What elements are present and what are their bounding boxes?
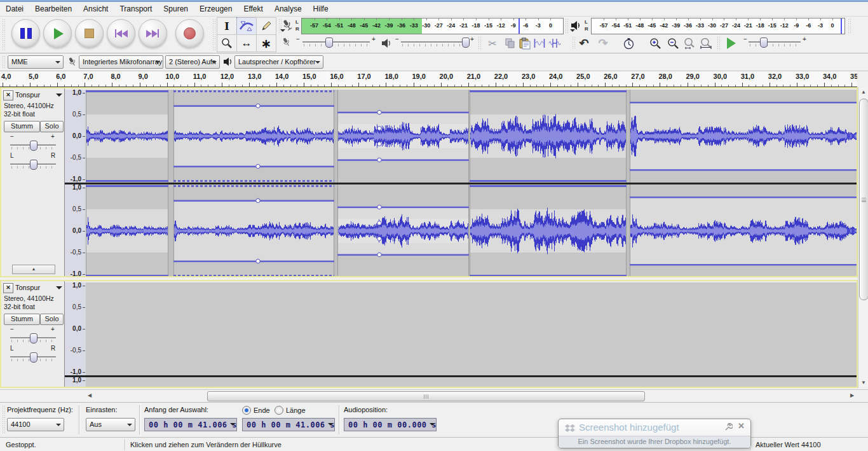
menu-item-transport[interactable]: Transport — [114, 2, 158, 15]
vertical-scroll-thumb[interactable] — [859, 99, 868, 300]
wrench-icon[interactable] — [724, 423, 733, 431]
draw-tool-button[interactable] — [256, 17, 276, 35]
playback-device-select[interactable]: Lautsprecher / Kopfhörer — [234, 55, 323, 69]
selection-start-field[interactable]: 00 h 00 m 41.006 s — [144, 418, 237, 431]
skip-to-start-button[interactable] — [107, 19, 135, 48]
end-radio[interactable]: Ende — [242, 406, 270, 415]
notification-close-icon[interactable]: ✕ — [738, 421, 745, 431]
play-at-speed-button[interactable] — [723, 36, 740, 51]
recording-channels-select[interactable]: 2 (Stereo) Aufn — [165, 55, 220, 69]
track-slider[interactable] — [10, 141, 56, 150]
multi-tool-button[interactable]: ∗ — [256, 34, 276, 52]
skip-to-end-button[interactable] — [139, 19, 167, 48]
silence-audio-button[interactable] — [546, 36, 563, 51]
toolbar-grip[interactable] — [2, 405, 5, 434]
slider-thumb[interactable] — [30, 141, 37, 151]
snap-to-select[interactable]: Aus — [86, 418, 135, 431]
play-speed-thumb[interactable] — [760, 38, 768, 48]
selection-tool-button[interactable]: I — [217, 17, 237, 35]
toolbar-grip[interactable] — [848, 18, 851, 34]
vertical-scrollbar[interactable]: ▲ ▼ — [858, 87, 868, 388]
output-volume-slider[interactable] — [401, 38, 468, 48]
track-close-button[interactable]: ✕ — [3, 283, 13, 293]
zoom-in-button[interactable] — [647, 36, 663, 51]
menu-item-erzeugen[interactable]: Erzeugen — [194, 2, 238, 15]
recording-meter[interactable]: -57-54-51-48-45-42-39-36-33-30-27-24-21-… — [301, 18, 564, 34]
scroll-up-arrow[interactable]: ▲ — [858, 87, 868, 97]
mute-button[interactable]: Stumm — [4, 121, 40, 132]
toolbar-grip[interactable] — [572, 36, 575, 50]
toolbar-grip[interactable] — [478, 36, 481, 50]
stop-button[interactable] — [75, 19, 104, 48]
audio-position-field[interactable]: 00 h 00 m 00.000 s — [344, 418, 437, 431]
toolbar-grip[interactable] — [2, 18, 5, 50]
length-radio[interactable]: Länge — [275, 406, 306, 415]
dropbox-notification[interactable]: Screenshot hinzugefügt ✕ Ein Screenshot … — [558, 419, 751, 448]
mute-button[interactable]: Stumm — [4, 314, 40, 325]
pause-button[interactable] — [11, 19, 40, 48]
minus-label: − — [395, 36, 399, 43]
menu-item-datei[interactable]: Datei — [0, 2, 29, 15]
undo-icon: ↶ — [579, 36, 588, 50]
scroll-down-arrow[interactable]: ▼ — [858, 378, 868, 388]
menu-item-ansicht[interactable]: Ansicht — [78, 2, 114, 15]
project-rate-select[interactable]: 44100 — [7, 418, 64, 431]
slider-thumb[interactable] — [30, 352, 37, 363]
track-collapse-button[interactable]: ▲ — [12, 265, 55, 274]
selection-end-field[interactable]: 00 h 00 m 41.006 s — [242, 418, 335, 431]
solo-button[interactable]: Solo — [40, 314, 64, 325]
output-volume-thumb[interactable] — [462, 38, 470, 48]
play-button[interactable] — [43, 19, 72, 48]
empty-track-area[interactable] — [86, 377, 857, 388]
play-speed-slider[interactable] — [749, 38, 801, 48]
fit-project-button[interactable] — [698, 36, 714, 51]
menu-item-analyse[interactable]: Analyse — [269, 2, 308, 15]
scroll-right-arrow[interactable]: ▶ — [848, 391, 857, 401]
menu-item-spuren[interactable]: Spuren — [158, 2, 194, 15]
scroll-left-arrow[interactable]: ◀ — [85, 391, 94, 401]
waveform-canvas[interactable] — [86, 184, 857, 277]
undo-button[interactable]: ↶ — [576, 36, 592, 51]
track-slider[interactable] — [10, 333, 56, 343]
track-slider[interactable] — [10, 352, 56, 362]
waveform-canvas[interactable] — [86, 90, 857, 183]
horizontal-scroll-thumb[interactable] — [207, 391, 645, 401]
horizontal-scrollbar[interactable]: ◀ ▶ — [0, 389, 868, 403]
meter-dropdown-arrow[interactable] — [280, 29, 285, 34]
record-button[interactable] — [175, 19, 204, 48]
menu-item-bearbeiten[interactable]: Bearbeiten — [29, 2, 78, 15]
timeshift-tool-button[interactable]: ↔ — [236, 34, 257, 52]
input-volume-slider[interactable] — [302, 38, 370, 48]
zoom-tool-button[interactable] — [217, 34, 237, 52]
envelope-tool-button[interactable] — [236, 17, 257, 35]
track-title-menu[interactable]: Tonspur — [13, 283, 64, 293]
playback-meter[interactable]: -57-54-51-48-45-42-39-36-33-30-27-24-21-… — [591, 18, 845, 34]
toolbar-grip[interactable] — [212, 18, 215, 50]
zoom-out-button[interactable] — [665, 36, 681, 51]
audio-host-select[interactable]: MME — [8, 55, 64, 69]
recording-device-select[interactable]: Integriertes Mikrofonarray — [79, 55, 163, 69]
ruler-label: 1,0 — [72, 89, 81, 96]
cut-button[interactable]: ✂ — [484, 36, 501, 51]
empty-track-area[interactable] — [86, 282, 857, 375]
trim-audio-button[interactable] — [531, 36, 548, 51]
solo-button[interactable]: Solo — [40, 121, 64, 132]
sync-lock-button[interactable] — [620, 36, 637, 51]
slider-thumb[interactable] — [30, 160, 37, 170]
fit-selection-button[interactable] — [681, 36, 698, 51]
redo-button[interactable]: ↷ — [595, 36, 611, 51]
track-close-button[interactable]: ✕ — [3, 90, 13, 101]
track-slider[interactable] — [10, 160, 56, 169]
paste-button[interactable] — [516, 36, 532, 51]
toolbar-grip[interactable] — [717, 36, 720, 50]
slider-thumb[interactable] — [30, 333, 37, 343]
toolbar-grip[interactable] — [2, 55, 5, 69]
menu-item-effekt[interactable]: Effekt — [238, 2, 268, 15]
toolbar-grip[interactable] — [565, 18, 568, 34]
menu-item-hilfe[interactable]: Hilfe — [308, 2, 334, 15]
audio-track-1: ✕TonspurStereo, 44100Hz32-bit floatStumm… — [0, 87, 858, 277]
track-title-menu[interactable]: Tonspur — [13, 90, 64, 100]
input-volume-thumb[interactable] — [325, 38, 333, 48]
timeline-ruler[interactable]: 4,05,06,07,08,09,010,011,012,013,014,015… — [0, 71, 857, 87]
meter-dropdown-arrow[interactable] — [570, 29, 575, 34]
